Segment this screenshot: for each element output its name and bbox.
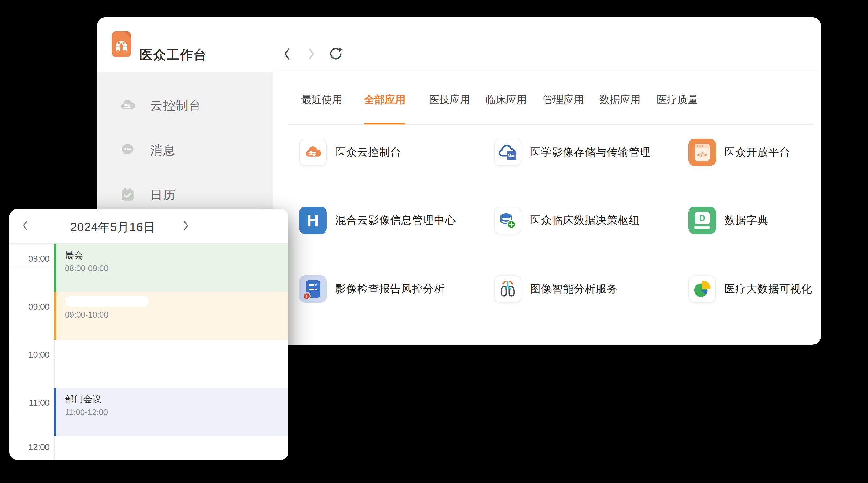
app-data-dictionary[interactable]: D 数据字典 <box>688 206 768 234</box>
tab-all-apps[interactable]: 全部应用 <box>364 93 405 107</box>
half-hour-gridline <box>9 363 288 364</box>
green-dictionary-book-icon: D <box>688 206 716 234</box>
app-big-data-visualization[interactable]: 医疗大数据可视化 <box>688 275 812 303</box>
code-glyph: </> <box>694 148 710 161</box>
cloud-settings-icon <box>119 97 136 115</box>
calendar-prev-day-button[interactable] <box>17 218 33 234</box>
app-label: 混合云影像信息管理中心 <box>335 213 456 228</box>
event-redacted[interactable]: 09:00-10:00 <box>54 292 288 340</box>
hour-gridline <box>9 436 288 436</box>
exclamation-badge: ! <box>303 292 311 300</box>
time-label: 12:00 <box>9 443 50 452</box>
chevron-right-icon <box>307 47 316 62</box>
orange-code-window-icon: </> <box>688 138 716 166</box>
event-color-bar <box>54 292 56 340</box>
refresh-icon <box>328 46 343 62</box>
calendar-next-day-button[interactable] <box>178 218 194 234</box>
time-label: 11:00 <box>9 398 50 408</box>
calendar-date-label: 2024年5月16日 <box>60 219 166 235</box>
app-label: 医众云控制台 <box>335 145 401 160</box>
app-clinical-data-hub[interactable]: 医众临床数据决策枢纽 <box>494 206 640 234</box>
event-time: 09:00-10:00 <box>65 310 108 320</box>
blue-cloud-mos-icon: Mos <box>494 138 522 166</box>
app-label: 数据字典 <box>724 213 768 228</box>
pie-chart-icon <box>688 275 716 303</box>
chevron-left-icon <box>282 47 291 62</box>
orange-cloud-sliders-icon <box>299 138 327 166</box>
app-open-platform[interactable]: </> 医众开放平台 <box>688 138 790 166</box>
sidebar-item-calendar[interactable]: 日历 <box>119 183 176 207</box>
tab-medical-quality[interactable]: 医疗质量 <box>657 93 698 107</box>
calendar-popup: 2024年5月16日 08:00 09:00 10:00 11:00 12: <box>9 209 288 460</box>
window-title: 医众工作台 <box>140 46 207 64</box>
app-label: 医学影像存储与传输管理 <box>530 145 651 160</box>
tab-management-apps[interactable]: 管理应用 <box>543 93 584 107</box>
app-label: 医疗大数据可视化 <box>724 282 812 296</box>
day-schedule: 08:00 09:00 10:00 11:00 12:00 晨会 08:00-0… <box>9 244 288 460</box>
dictionary-letter: D <box>694 212 710 224</box>
tab-clinical-apps[interactable]: 临床应用 <box>486 93 527 107</box>
event-department-meeting[interactable]: 部门会议 11:00-12:00 <box>54 388 288 436</box>
message-bubble-icon <box>119 141 136 160</box>
app-imaging-storage[interactable]: Mos 医学影像存储与传输管理 <box>494 138 651 166</box>
report-risk-alert-icon: ! <box>299 275 327 303</box>
event-color-bar <box>54 388 56 436</box>
tabs-divider <box>288 124 814 125</box>
lungs-ai-icon <box>494 275 522 303</box>
calendar-header: 2024年5月16日 <box>9 209 288 244</box>
app-label: 影像检查报告风控分析 <box>335 282 445 296</box>
app-logo-icon <box>112 31 131 57</box>
sidebar-item-label: 消息 <box>150 142 176 159</box>
event-time: 11:00-12:00 <box>65 408 108 417</box>
app-label: 医众开放平台 <box>724 145 790 160</box>
event-morning-meeting[interactable]: 晨会 08:00-09:00 <box>54 244 288 292</box>
svg-text:Mos: Mos <box>508 154 515 158</box>
refresh-button[interactable] <box>328 46 344 62</box>
hour-gridline <box>9 340 288 341</box>
database-plus-icon <box>494 206 522 234</box>
app-hybrid-cloud-imaging[interactable]: H 混合云影像信息管理中心 <box>299 206 456 234</box>
calendar-check-icon <box>119 186 136 204</box>
event-title: 晨会 <box>65 249 83 262</box>
sidebar-item-messages[interactable]: 消息 <box>119 138 176 163</box>
chevron-left-icon <box>21 220 29 232</box>
app-image-ai-analysis[interactable]: 图像智能分析服务 <box>494 275 618 303</box>
app-cloud-console[interactable]: 医众云控制台 <box>299 138 401 166</box>
screenshot-canvas: 医众工作台 <box>0 0 868 483</box>
back-button[interactable] <box>279 46 295 62</box>
sidebar-item-label: 云控制台 <box>150 97 202 114</box>
chevron-right-icon <box>182 220 190 232</box>
tab-data-apps[interactable]: 数据应用 <box>599 93 641 107</box>
event-color-bar <box>54 244 56 292</box>
h-letter: H <box>307 211 319 230</box>
blue-h-square-icon: H <box>299 206 327 234</box>
forward-button[interactable] <box>303 46 319 62</box>
sidebar-item-label: 日历 <box>150 187 176 203</box>
app-label: 医众临床数据决策枢纽 <box>530 213 640 228</box>
time-label: 08:00 <box>9 254 50 264</box>
tab-medtech-apps[interactable]: 医技应用 <box>429 93 470 107</box>
app-label: 图像智能分析服务 <box>530 282 618 296</box>
event-title: 部门会议 <box>65 393 101 406</box>
event-time: 08:00-09:00 <box>65 264 108 273</box>
time-label: 09:00 <box>9 302 50 312</box>
time-label: 10:00 <box>9 350 50 360</box>
event-title-redacted-pill <box>65 296 149 307</box>
tab-recent[interactable]: 最近使用 <box>301 93 342 107</box>
sidebar-item-cloud-console[interactable]: 云控制台 <box>119 93 202 118</box>
app-report-risk-analysis[interactable]: ! 影像检查报告风控分析 <box>299 275 445 303</box>
window-header: 医众工作台 <box>97 17 821 71</box>
